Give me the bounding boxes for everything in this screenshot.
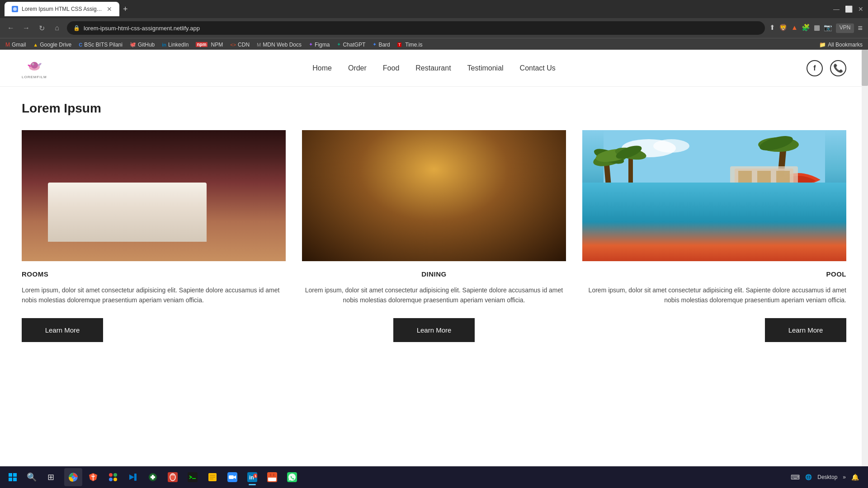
active-tab[interactable]: Lorem Ipsum HTML CSS Assign... ✕ — [5, 2, 119, 16]
taskbar-keyboard-icon[interactable]: ⌨ — [791, 474, 800, 481]
taskbar-linkedin-btn[interactable]: in 1 — [243, 468, 261, 486]
bits-icon: C — [79, 42, 82, 47]
taskbar-unknown-btn[interactable] — [144, 468, 162, 486]
sidebar-icon[interactable]: ▦ — [814, 23, 820, 33]
svg-point-60 — [671, 203, 717, 218]
taskbar-vscode-btn[interactable] — [124, 468, 142, 486]
taskbar-zoom-btn[interactable] — [223, 468, 241, 486]
svg-rect-15 — [106, 211, 147, 230]
refresh-btn[interactable]: ↻ — [36, 24, 47, 33]
nav-home[interactable]: Home — [312, 64, 332, 72]
vpn-btn[interactable]: VPN — [836, 23, 854, 33]
new-tab-btn[interactable]: + — [123, 5, 128, 14]
bookmark-gmail[interactable]: M Gmail — [5, 42, 26, 48]
taskbar-terminal-btn[interactable] — [184, 468, 202, 486]
svg-rect-13 — [57, 196, 156, 218]
bookmark-figma[interactable]: ✦ Figma — [309, 42, 330, 48]
nav-order[interactable]: Order — [348, 64, 367, 72]
svg-point-21 — [165, 201, 181, 211]
svg-rect-109 — [270, 474, 271, 476]
bookmark-linkedin[interactable]: in LinkedIn — [162, 42, 189, 48]
svg-point-11 — [171, 183, 175, 186]
bookmark-github[interactable]: 🐙 GitHub — [130, 42, 155, 48]
scrollbar-thumb[interactable] — [862, 50, 868, 86]
bookmark-chatgpt[interactable]: ✦ ChatGPT — [337, 42, 365, 48]
svg-point-38 — [427, 191, 450, 196]
taskbar-chrome-btn[interactable] — [64, 468, 82, 486]
dining-learn-more-btn[interactable]: Learn More — [393, 318, 475, 342]
svg-rect-72 — [738, 171, 752, 193]
bookmark-bard[interactable]: ✦ Bard — [373, 42, 390, 48]
back-btn[interactable]: ← — [5, 24, 16, 32]
address-bar[interactable]: 🔒 lorem-ipsum-html-css-assignment.netlif… — [67, 21, 765, 35]
bookmark-drive[interactable]: ▲ Google Drive — [33, 42, 71, 48]
bookmark-bits[interactable]: C BSc BITS Pilani — [79, 42, 123, 48]
tab-close-btn[interactable]: ✕ — [107, 5, 112, 13]
brave-rewards-icon[interactable]: ▲ — [791, 23, 798, 33]
bookmark-npm[interactable]: npm NPM — [196, 42, 223, 48]
svg-rect-61 — [604, 236, 825, 261]
taskbar-notes-btn[interactable] — [203, 468, 222, 486]
scrollbar-track[interactable] — [862, 50, 868, 466]
home-btn[interactable]: ⌂ — [52, 24, 62, 32]
svg-rect-94 — [188, 472, 198, 482]
taskbar-language-icon[interactable]: 🌐 — [805, 474, 812, 480]
svg-point-28 — [472, 166, 491, 184]
chatgpt-icon: ✦ — [337, 42, 341, 47]
rooms-learn-more-btn[interactable]: Learn More — [22, 318, 103, 342]
taskbar-chevron-icon[interactable]: » — [843, 474, 846, 480]
whatsapp-icon[interactable]: 📞 — [830, 60, 846, 76]
taskbar-search-btn[interactable]: 🔍 — [23, 468, 41, 486]
screenshot-icon[interactable]: 📷 — [824, 23, 832, 33]
start-btn[interactable] — [4, 468, 22, 486]
taskbar-apps: in 1 — [64, 468, 301, 486]
taskbar-notification-icon[interactable]: 🔔 — [851, 474, 859, 481]
svg-point-26 — [346, 144, 373, 171]
taskbar-calendar-btn[interactable] — [263, 468, 281, 486]
task-view-btn[interactable]: ⊞ — [42, 468, 60, 486]
svg-point-4 — [33, 64, 33, 65]
security-icon: 🔒 — [73, 25, 80, 31]
forward-btn[interactable]: → — [21, 24, 32, 32]
rooms-image — [22, 130, 286, 261]
pool-category: POOL — [582, 270, 846, 278]
bookmark-cdn[interactable]: <> CDN — [230, 42, 250, 48]
bard-icon: ✦ — [373, 42, 377, 47]
nav-restaurant[interactable]: Restaurant — [415, 64, 451, 72]
svg-point-59 — [667, 202, 721, 221]
taskbar-right: ⌨ 🌐 Desktop » 🔔 — [791, 474, 864, 481]
extensions-icon[interactable]: 🧩 — [802, 23, 810, 33]
site-logo[interactable]: LOREMFILM — [22, 57, 47, 79]
folder-icon: 📁 — [819, 42, 826, 48]
svg-rect-25 — [323, 130, 545, 261]
taskbar-brave-btn[interactable] — [84, 468, 102, 486]
nav-food[interactable]: Food — [383, 64, 399, 72]
bookmark-all[interactable]: 📁 All Bookmarks — [819, 42, 863, 48]
bookmark-timeis[interactable]: T Time.is — [397, 42, 423, 48]
taskbar-colorpicker-btn[interactable] — [104, 468, 122, 486]
svg-point-27 — [493, 137, 515, 160]
nav-testimonial[interactable]: Testimonial — [467, 64, 504, 72]
main-content: Lorem Ipsum — [0, 87, 868, 369]
github-icon: 🐙 — [130, 42, 136, 47]
nav-contact[interactable]: Contact Us — [520, 64, 556, 72]
svg-rect-12 — [52, 193, 160, 221]
brave-shield-icon[interactable]: 🦁 — [779, 23, 788, 33]
share-icon[interactable]: ⬆ — [769, 23, 775, 33]
facebook-icon[interactable]: f — [807, 60, 823, 76]
page-title: Lorem Ipsum — [22, 101, 846, 116]
minimize-btn[interactable]: — — [833, 5, 840, 13]
taskbar-paint-btn[interactable] — [164, 468, 182, 486]
drive-icon: ▲ — [33, 42, 38, 47]
menu-icon[interactable]: ≡ — [858, 23, 863, 33]
taskbar-whatsapp-btn[interactable] — [283, 468, 301, 486]
linkedin-icon: in — [162, 42, 166, 47]
svg-rect-19 — [163, 218, 190, 245]
logo-bird-icon — [25, 57, 43, 75]
pool-learn-more-btn[interactable]: Learn More — [765, 318, 846, 342]
svg-rect-9 — [165, 148, 188, 221]
maximize-btn[interactable]: ⬜ — [845, 5, 853, 13]
bookmark-mdn[interactable]: M MDN Web Docs — [257, 42, 302, 48]
close-window-btn[interactable]: ✕ — [858, 5, 863, 13]
taskbar: 🔍 ⊞ — [0, 466, 868, 488]
